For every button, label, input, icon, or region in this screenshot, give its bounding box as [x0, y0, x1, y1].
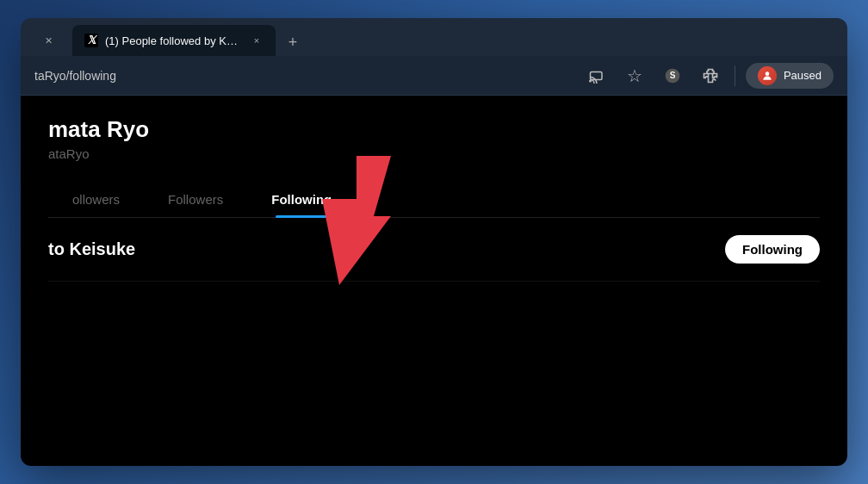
following-button[interactable]: Following	[725, 235, 820, 264]
extension-puzzle-button[interactable]	[697, 62, 724, 90]
new-tab-button[interactable]: +	[279, 28, 307, 56]
person-name: to Keisuke	[48, 239, 135, 259]
svg-point-1	[590, 80, 592, 82]
address-bar: taRyo/following ☆ S	[21, 56, 847, 96]
tab-nav-followers[interactable]: Followers	[144, 182, 247, 217]
url-display[interactable]: taRyo/following	[34, 69, 573, 83]
svg-rect-0	[590, 71, 602, 79]
cast-icon-button[interactable]	[583, 62, 611, 90]
page-content: mata Ryo ataRyo ollowers Followers Follo…	[21, 96, 847, 466]
close-active-tab-button[interactable]: ×	[250, 34, 264, 47]
profile-avatar	[758, 66, 777, 85]
paused-button[interactable]: Paused	[746, 63, 834, 89]
tab-title: (1) People followed by Kawam	[105, 34, 243, 47]
star-icon: ☆	[627, 65, 642, 86]
tab-active[interactable]: 𝕏 (1) People followed by Kawam ×	[72, 25, 276, 56]
person-row: to Keisuke Following	[48, 218, 820, 282]
extension-s-button[interactable]: S	[659, 62, 686, 90]
profile-handle: ataRyo	[48, 146, 820, 161]
paused-label: Paused	[784, 69, 822, 82]
svg-text:S: S	[670, 71, 676, 80]
tab-nav-following[interactable]: Following	[247, 182, 356, 217]
close-inactive-tab-button[interactable]: ✕	[41, 34, 55, 47]
tab-bar: ✕ 𝕏 (1) People followed by Kawam × +	[21, 18, 847, 56]
x-logo-icon: 𝕏	[87, 34, 96, 47]
profile-tabs: ollowers Followers Following	[48, 182, 820, 218]
bookmark-star-button[interactable]: ☆	[621, 62, 648, 90]
browser-window: ✕ 𝕏 (1) People followed by Kawam × + taR…	[21, 18, 847, 466]
x-favicon: 𝕏	[84, 34, 98, 47]
profile-name: mata Ryo	[48, 116, 820, 143]
tab-nav-followers-count[interactable]: ollowers	[48, 182, 144, 217]
toolbar-divider	[735, 65, 735, 86]
svg-point-4	[766, 71, 770, 76]
tab-inactive[interactable]: ✕	[28, 25, 69, 56]
